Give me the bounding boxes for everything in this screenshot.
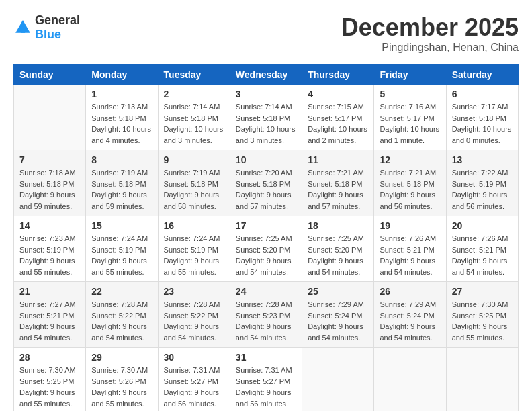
- day-info: Sunrise: 7:23 AM Sunset: 5:19 PM Dayligh…: [19, 233, 80, 277]
- day-info: Sunrise: 7:30 AM Sunset: 5:25 PM Dayligh…: [19, 365, 80, 409]
- calendar-cell: 19Sunrise: 7:26 AM Sunset: 5:21 PM Dayli…: [374, 216, 446, 282]
- calendar-cell: 3Sunrise: 7:14 AM Sunset: 5:18 PM Daylig…: [230, 85, 302, 150]
- calendar-cell: [446, 348, 518, 412]
- day-info: Sunrise: 7:28 AM Sunset: 5:23 PM Dayligh…: [236, 299, 296, 343]
- day-number: 2: [164, 89, 224, 99]
- calendar-cell: 14Sunrise: 7:23 AM Sunset: 5:19 PM Dayli…: [14, 216, 86, 282]
- logo-general-text: General: [35, 13, 80, 27]
- week-row-4: 21Sunrise: 7:27 AM Sunset: 5:21 PM Dayli…: [14, 282, 519, 348]
- calendar-cell: 15Sunrise: 7:24 AM Sunset: 5:19 PM Dayli…: [86, 216, 158, 282]
- day-info: Sunrise: 7:25 AM Sunset: 5:20 PM Dayligh…: [236, 233, 296, 277]
- logo: General Blue: [13, 13, 80, 42]
- day-number: 14: [19, 220, 80, 231]
- calendar-cell: 23Sunrise: 7:28 AM Sunset: 5:22 PM Dayli…: [158, 282, 230, 348]
- day-number: 15: [91, 220, 152, 231]
- day-info: Sunrise: 7:30 AM Sunset: 5:26 PM Dayligh…: [91, 365, 152, 409]
- calendar-cell: 8Sunrise: 7:19 AM Sunset: 5:18 PM Daylig…: [86, 150, 158, 216]
- weekday-header-wednesday: Wednesday: [230, 65, 302, 85]
- calendar-cell: 17Sunrise: 7:25 AM Sunset: 5:20 PM Dayli…: [230, 216, 302, 282]
- day-number: 27: [452, 286, 513, 297]
- weekday-header-sunday: Sunday: [14, 65, 86, 85]
- calendar-cell: 20Sunrise: 7:26 AM Sunset: 5:21 PM Dayli…: [446, 216, 518, 282]
- day-number: 8: [91, 154, 152, 165]
- calendar-cell: 9Sunrise: 7:19 AM Sunset: 5:18 PM Daylig…: [158, 150, 230, 216]
- week-row-3: 14Sunrise: 7:23 AM Sunset: 5:19 PM Dayli…: [14, 216, 519, 282]
- day-info: Sunrise: 7:24 AM Sunset: 5:19 PM Dayligh…: [91, 233, 152, 277]
- logo-blue-text: Blue: [35, 28, 61, 41]
- calendar-cell: 6Sunrise: 7:17 AM Sunset: 5:18 PM Daylig…: [446, 85, 518, 150]
- day-info: Sunrise: 7:26 AM Sunset: 5:21 PM Dayligh…: [452, 233, 513, 277]
- day-number: 9: [164, 154, 224, 165]
- month-title: December 2025: [341, 13, 519, 42]
- day-info: Sunrise: 7:18 AM Sunset: 5:18 PM Dayligh…: [19, 167, 80, 212]
- day-number: 24: [236, 286, 296, 297]
- calendar-cell: 11Sunrise: 7:21 AM Sunset: 5:18 PM Dayli…: [302, 150, 374, 216]
- calendar-cell: 26Sunrise: 7:29 AM Sunset: 5:24 PM Dayli…: [374, 282, 446, 348]
- day-info: Sunrise: 7:14 AM Sunset: 5:18 PM Dayligh…: [236, 101, 296, 146]
- day-number: 17: [236, 220, 296, 231]
- day-info: Sunrise: 7:22 AM Sunset: 5:19 PM Dayligh…: [452, 167, 513, 212]
- day-info: Sunrise: 7:24 AM Sunset: 5:19 PM Dayligh…: [164, 233, 224, 277]
- day-number: 1: [91, 89, 152, 99]
- day-number: 13: [452, 154, 513, 165]
- day-number: 20: [452, 220, 513, 231]
- day-number: 21: [19, 286, 80, 297]
- day-info: Sunrise: 7:30 AM Sunset: 5:25 PM Dayligh…: [452, 299, 513, 343]
- day-number: 3: [236, 89, 296, 99]
- title-area: December 2025 Pingdingshan, Henan, China: [341, 13, 519, 54]
- day-info: Sunrise: 7:21 AM Sunset: 5:18 PM Dayligh…: [380, 167, 440, 212]
- calendar-cell: [302, 348, 374, 412]
- day-info: Sunrise: 7:27 AM Sunset: 5:21 PM Dayligh…: [19, 299, 80, 343]
- svg-rect-1: [21, 29, 25, 33]
- day-number: 11: [308, 154, 368, 165]
- weekday-header-row: SundayMondayTuesdayWednesdayThursdayFrid…: [14, 65, 519, 85]
- day-info: Sunrise: 7:29 AM Sunset: 5:24 PM Dayligh…: [380, 299, 440, 343]
- calendar-cell: 5Sunrise: 7:16 AM Sunset: 5:17 PM Daylig…: [374, 85, 446, 150]
- location-subtitle: Pingdingshan, Henan, China: [341, 42, 519, 54]
- day-info: Sunrise: 7:15 AM Sunset: 5:17 PM Dayligh…: [308, 101, 368, 146]
- day-info: Sunrise: 7:31 AM Sunset: 5:27 PM Dayligh…: [236, 365, 296, 409]
- day-info: Sunrise: 7:20 AM Sunset: 5:18 PM Dayligh…: [236, 167, 296, 212]
- day-info: Sunrise: 7:25 AM Sunset: 5:20 PM Dayligh…: [308, 233, 368, 277]
- day-info: Sunrise: 7:29 AM Sunset: 5:24 PM Dayligh…: [308, 299, 368, 343]
- calendar-cell: 31Sunrise: 7:31 AM Sunset: 5:27 PM Dayli…: [230, 348, 302, 412]
- weekday-header-saturday: Saturday: [446, 65, 518, 85]
- calendar-cell: 12Sunrise: 7:21 AM Sunset: 5:18 PM Dayli…: [374, 150, 446, 216]
- day-number: 18: [308, 220, 368, 231]
- day-info: Sunrise: 7:19 AM Sunset: 5:18 PM Dayligh…: [91, 167, 152, 212]
- calendar-cell: 21Sunrise: 7:27 AM Sunset: 5:21 PM Dayli…: [14, 282, 86, 348]
- weekday-header-friday: Friday: [374, 65, 446, 85]
- week-row-5: 28Sunrise: 7:30 AM Sunset: 5:25 PM Dayli…: [14, 348, 519, 412]
- day-info: Sunrise: 7:26 AM Sunset: 5:21 PM Dayligh…: [380, 233, 440, 277]
- calendar-cell: 13Sunrise: 7:22 AM Sunset: 5:19 PM Dayli…: [446, 150, 518, 216]
- page-header: General Blue December 2025 Pingdingshan,…: [13, 13, 519, 54]
- calendar-cell: 28Sunrise: 7:30 AM Sunset: 5:25 PM Dayli…: [14, 348, 86, 412]
- calendar-cell: 24Sunrise: 7:28 AM Sunset: 5:23 PM Dayli…: [230, 282, 302, 348]
- week-row-1: 1Sunrise: 7:13 AM Sunset: 5:18 PM Daylig…: [14, 85, 519, 150]
- calendar-cell: 10Sunrise: 7:20 AM Sunset: 5:18 PM Dayli…: [230, 150, 302, 216]
- calendar-cell: 22Sunrise: 7:28 AM Sunset: 5:22 PM Dayli…: [86, 282, 158, 348]
- calendar-cell: 1Sunrise: 7:13 AM Sunset: 5:18 PM Daylig…: [86, 85, 158, 150]
- day-number: 16: [164, 220, 224, 231]
- day-number: 23: [164, 286, 224, 297]
- weekday-header-tuesday: Tuesday: [158, 65, 230, 85]
- day-number: 22: [91, 286, 152, 297]
- logo-icon: [13, 18, 32, 37]
- day-number: 25: [308, 286, 368, 297]
- day-info: Sunrise: 7:17 AM Sunset: 5:18 PM Dayligh…: [452, 101, 513, 146]
- calendar-cell: 30Sunrise: 7:31 AM Sunset: 5:27 PM Dayli…: [158, 348, 230, 412]
- day-number: 31: [236, 352, 296, 363]
- day-info: Sunrise: 7:28 AM Sunset: 5:22 PM Dayligh…: [91, 299, 152, 343]
- day-info: Sunrise: 7:14 AM Sunset: 5:18 PM Dayligh…: [164, 101, 224, 146]
- calendar-cell: 25Sunrise: 7:29 AM Sunset: 5:24 PM Dayli…: [302, 282, 374, 348]
- week-row-2: 7Sunrise: 7:18 AM Sunset: 5:18 PM Daylig…: [14, 150, 519, 216]
- day-info: Sunrise: 7:28 AM Sunset: 5:22 PM Dayligh…: [164, 299, 224, 343]
- calendar-cell: 16Sunrise: 7:24 AM Sunset: 5:19 PM Dayli…: [158, 216, 230, 282]
- day-info: Sunrise: 7:21 AM Sunset: 5:18 PM Dayligh…: [308, 167, 368, 212]
- calendar-cell: 18Sunrise: 7:25 AM Sunset: 5:20 PM Dayli…: [302, 216, 374, 282]
- day-number: 29: [91, 352, 152, 363]
- day-number: 5: [380, 89, 440, 99]
- calendar-cell: [14, 85, 86, 150]
- calendar-cell: [374, 348, 446, 412]
- day-number: 4: [308, 89, 368, 99]
